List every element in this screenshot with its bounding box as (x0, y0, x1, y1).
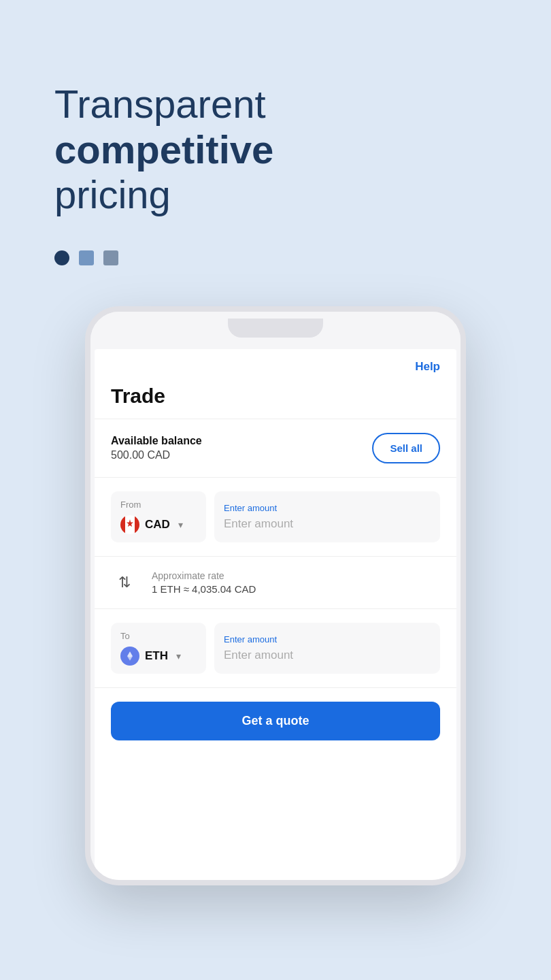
headline-line3: pricing (54, 172, 497, 218)
to-chevron-icon: ▾ (176, 651, 181, 662)
balance-label: Available balance (111, 435, 202, 447)
swap-button[interactable]: ⇅ (111, 569, 138, 596)
balance-value: 500.00 CAD (111, 449, 202, 461)
dot-inactive-2 (103, 250, 118, 265)
eth-icon (120, 647, 139, 666)
from-label: From (120, 500, 197, 510)
phone-content: Help Trade Available balance 500.00 CAD … (95, 349, 456, 880)
to-amount-input[interactable]: Enter amount Enter amount (214, 623, 440, 674)
balance-section: Available balance 500.00 CAD Sell all (95, 419, 456, 478)
help-link[interactable]: Help (415, 360, 440, 374)
headline: Transparent competitive pricing (54, 82, 497, 218)
to-currency-value: ETH ▾ (120, 647, 197, 666)
trade-title: Trade (95, 379, 456, 419)
get-quote-button[interactable]: Get a quote (111, 702, 440, 740)
phone-wrapper: Help Trade Available balance 500.00 CAD … (54, 306, 497, 885)
swap-arrows-icon: ⇅ (118, 574, 131, 591)
from-chevron-icon: ▾ (178, 519, 183, 530)
phone-mockup: Help Trade Available balance 500.00 CAD … (85, 306, 466, 885)
cad-flag (120, 515, 139, 534)
to-section: To ETH ▾ (95, 609, 456, 688)
page-container: Transparent competitive pricing Help Tra… (0, 0, 551, 980)
from-amount-input[interactable]: Enter amount Enter amount (214, 491, 440, 542)
from-section: From (95, 478, 456, 557)
to-amount-placeholder: Enter amount (224, 649, 431, 662)
rate-label: Approximate rate (152, 570, 256, 581)
to-currency-picker[interactable]: To ETH ▾ (111, 623, 206, 674)
dot-active (54, 250, 69, 265)
svg-rect-2 (135, 515, 139, 534)
dots-indicator (54, 250, 497, 265)
from-currency-picker[interactable]: From (111, 491, 206, 542)
to-label: To (120, 631, 197, 641)
rate-info: Approximate rate 1 ETH ≈ 4,035.04 CAD (152, 570, 256, 595)
sell-all-button[interactable]: Sell all (372, 433, 440, 463)
headline-line1: Transparent (54, 82, 497, 127)
from-amount-label: Enter amount (224, 503, 431, 513)
swap-section: ⇅ Approximate rate 1 ETH ≈ 4,035.04 CAD (95, 557, 456, 609)
from-currency-value: CAD ▾ (120, 515, 197, 534)
phone-header: Help (95, 349, 456, 379)
balance-info: Available balance 500.00 CAD (111, 435, 202, 461)
from-currency-name: CAD (145, 518, 170, 532)
headline-line2: competitive (54, 127, 497, 173)
to-currency-name: ETH (145, 649, 168, 663)
svg-rect-1 (120, 515, 125, 534)
rate-value: 1 ETH ≈ 4,035.04 CAD (152, 583, 256, 595)
phone-notch-area (90, 312, 461, 349)
from-amount-placeholder: Enter amount (224, 517, 431, 531)
phone-notch (228, 318, 323, 338)
dot-inactive-1 (79, 250, 94, 265)
quote-section: Get a quote (95, 688, 456, 761)
to-amount-label: Enter amount (224, 634, 431, 644)
